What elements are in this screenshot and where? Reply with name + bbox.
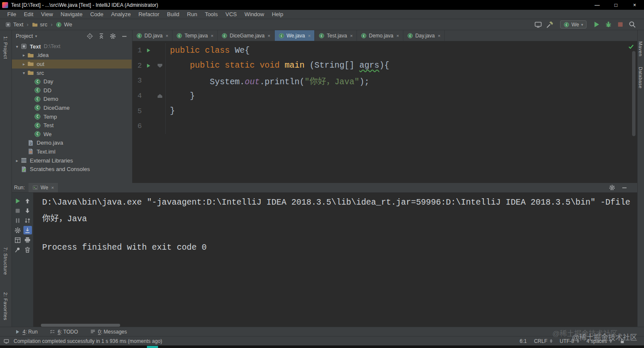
tree-arrow-icon[interactable]: ▾ <box>14 44 20 49</box>
restore-layout-button[interactable] <box>14 236 22 244</box>
console-scrollbar[interactable] <box>41 324 120 327</box>
menu-tools[interactable]: Tools <box>201 11 221 17</box>
tree-arrow-icon[interactable]: ▸ <box>20 53 27 57</box>
code-line[interactable]: 2 public static void main (String[] agrs… <box>132 58 637 74</box>
close-tab-icon[interactable]: × <box>51 185 54 190</box>
tab-we-java[interactable]: CWe.java× <box>275 30 315 41</box>
code-line[interactable]: 4 } <box>132 88 637 104</box>
maximize-window-button[interactable]: □ <box>607 0 625 10</box>
close-tab-icon[interactable]: × <box>166 33 168 38</box>
print-button[interactable] <box>23 236 32 244</box>
pause-output-button[interactable] <box>14 216 22 225</box>
menu-help[interactable]: Help <box>268 11 287 17</box>
select-opened-file-button[interactable] <box>86 33 93 40</box>
tree-item-demo[interactable]: CDemo <box>12 95 132 104</box>
tree-item-we[interactable]: CWe <box>12 130 132 139</box>
menu-build[interactable]: Build <box>163 11 183 17</box>
close-tab-icon[interactable]: × <box>267 33 270 38</box>
tree-item-demo-java[interactable]: JDemo.java <box>12 139 132 148</box>
pin-tab-button[interactable] <box>14 245 22 254</box>
soft-wrap-button[interactable] <box>23 216 32 225</box>
menu-vcs[interactable]: VCS <box>221 11 241 17</box>
caret-position[interactable]: 6:1 <box>520 338 527 344</box>
menu-code[interactable]: Code <box>86 11 107 17</box>
tree-item-dd[interactable]: CDD <box>12 86 132 95</box>
editor-scrollbar[interactable] <box>632 51 635 136</box>
toolwindow-stripe-project[interactable]: 1: Project <box>3 36 8 59</box>
breadcrumb-item-text[interactable]: Text <box>4 21 24 28</box>
toolwindow-stripe-structure[interactable]: 7: Structure <box>3 247 8 275</box>
menu-edit[interactable]: Edit <box>20 11 37 17</box>
minimize-window-button[interactable]: — <box>588 0 607 10</box>
run-button[interactable] <box>592 20 601 29</box>
rerun-button[interactable] <box>14 197 22 205</box>
code-line[interactable]: 1public class We{ <box>132 43 637 58</box>
tree-item-idea[interactable]: ▸.idea <box>12 51 132 60</box>
tree-item-dicegame[interactable]: CDiceGame <box>12 103 132 112</box>
tree-item-test[interactable]: CTest <box>12 121 132 130</box>
stop-button[interactable] <box>14 206 22 215</box>
toolwindow-stripe-database[interactable]: Database <box>638 67 643 88</box>
status-message[interactable]: Compilation completed successfully in 1 … <box>14 338 162 344</box>
breadcrumb-item-src[interactable]: src <box>31 21 48 28</box>
build-project-button[interactable] <box>546 20 554 29</box>
toolwindow-button-run[interactable]: 4: Run <box>14 329 37 335</box>
toolwindow-switcher-icon[interactable] <box>3 338 9 344</box>
tab-day-java[interactable]: CDay.java× <box>403 30 445 41</box>
editor-code[interactable]: 1public class We{2 public static void ma… <box>132 41 637 183</box>
tree-item-src[interactable]: ▾src <box>12 68 132 77</box>
tab-dicegame-java[interactable]: CDiceGame.java× <box>218 30 274 41</box>
menu-navigate[interactable]: Navigate <box>57 11 86 17</box>
code-line[interactable]: 3 System.out.println("你好，Java"); <box>132 73 637 88</box>
hide-run-panel-button[interactable] <box>621 184 628 191</box>
tree-item-temp[interactable]: CTemp <box>12 112 132 121</box>
tree-item-text[interactable]: ▾TextD:\Text <box>12 42 132 51</box>
tab-dd-java[interactable]: CDD.java× <box>132 30 172 41</box>
debug-button[interactable] <box>604 20 612 29</box>
tree-arrow-icon[interactable]: ▸ <box>20 62 27 66</box>
tab-temp-java[interactable]: CTemp.java× <box>172 30 218 41</box>
up-the-stack-trace-button[interactable] <box>23 197 32 205</box>
toolwindow-button-todo[interactable]: 6: TODO <box>49 329 78 335</box>
breadcrumb-item-we[interactable]: CWe <box>55 21 73 28</box>
line-separator-select[interactable]: CRLF <box>534 338 552 344</box>
menu-view[interactable]: View <box>37 11 57 17</box>
menu-analyze[interactable]: Analyze <box>107 11 135 17</box>
toolwindow-button-messages[interactable]: 0: Messages <box>90 329 127 335</box>
close-tab-icon[interactable]: × <box>308 33 310 38</box>
run-line-icon[interactable] <box>142 63 155 68</box>
code-line[interactable]: 6 <box>132 119 637 134</box>
tree-item-day[interactable]: CDay <box>12 77 132 86</box>
close-tab-icon[interactable]: × <box>438 33 440 38</box>
project-view-select[interactable]: Project <box>16 33 33 39</box>
close-tab-icon[interactable]: × <box>211 33 213 38</box>
run-settings-button[interactable] <box>609 184 615 191</box>
toolwindow-stripe-maven[interactable]: Maven <box>638 41 643 57</box>
menu-refactor[interactable]: Refactor <box>135 11 163 17</box>
down-the-stack-trace-button[interactable] <box>23 206 32 215</box>
tree-arrow-icon[interactable]: ▸ <box>14 158 20 163</box>
code-line[interactable]: 5} <box>132 103 637 119</box>
search-everywhere-button[interactable] <box>628 20 636 29</box>
tree-arrow-icon[interactable]: ▾ <box>20 71 27 75</box>
project-settings-button[interactable] <box>109 33 116 40</box>
tab-demo-java[interactable]: CDemo.java× <box>357 30 403 41</box>
console-output[interactable]: D:\Java\bin\java.exe "-javaagent:D:\Inte… <box>33 193 637 322</box>
scroll-to-end-button[interactable] <box>23 226 32 234</box>
menu-run[interactable]: Run <box>183 11 201 17</box>
run-configuration-select[interactable]: C We ▾ <box>560 20 586 29</box>
tab-test-java[interactable]: CTest.java× <box>315 30 357 41</box>
menu-window[interactable]: Window <box>241 11 268 17</box>
close-tab-icon[interactable]: × <box>396 33 399 38</box>
close-window-button[interactable]: × <box>625 0 644 10</box>
toolwindow-stripe-favorites[interactable]: 2: Favorites <box>3 292 8 320</box>
hide-project-panel-button[interactable] <box>121 33 128 40</box>
fold-down-icon[interactable] <box>158 64 162 68</box>
run-tab-we[interactable]: We × <box>29 183 58 192</box>
toolwindow-layout-button[interactable] <box>534 20 542 29</box>
run-settings-button[interactable] <box>14 226 22 234</box>
menu-file[interactable]: File <box>3 11 20 17</box>
tree-item-text-iml[interactable]: Text.iml <box>12 147 132 156</box>
tree-item-out[interactable]: ▸out <box>12 60 132 68</box>
clear-all-button[interactable] <box>23 245 32 254</box>
